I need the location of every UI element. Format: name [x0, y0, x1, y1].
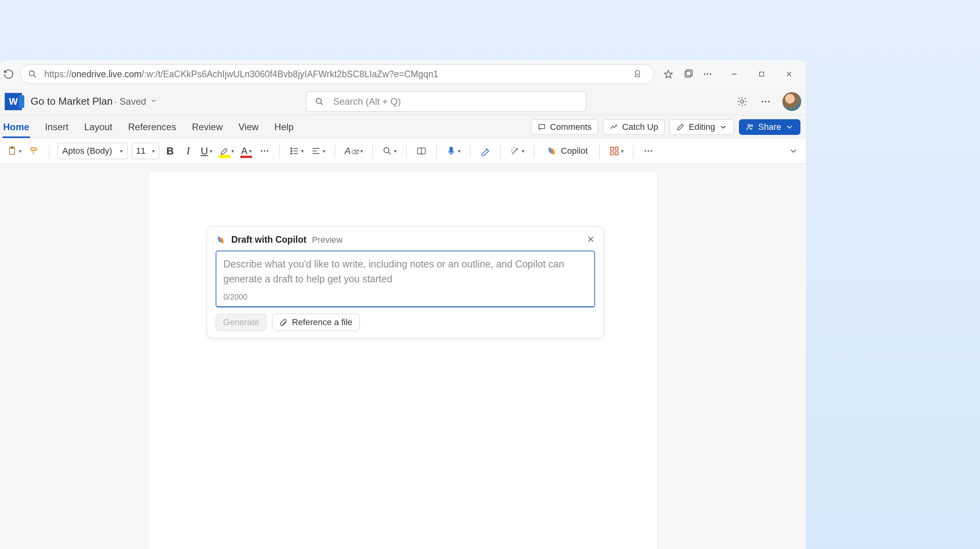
- svg-point-8: [316, 98, 321, 103]
- paste-button[interactable]: ▾: [5, 143, 23, 159]
- highlight-swatch: [219, 155, 230, 158]
- tab-help[interactable]: Help: [273, 118, 295, 138]
- catch-up-button[interactable]: Catch Up: [603, 119, 665, 135]
- comments-button[interactable]: Comments: [531, 119, 598, 135]
- collapse-ribbon-button[interactable]: [786, 143, 800, 159]
- svg-point-4: [704, 73, 705, 75]
- svg-point-20: [291, 148, 292, 149]
- tracking-prevention-icon[interactable]: [628, 64, 647, 84]
- bold-button[interactable]: B: [163, 143, 177, 159]
- tab-view[interactable]: View: [237, 118, 260, 138]
- align-button[interactable]: ▾: [309, 143, 327, 159]
- italic-button[interactable]: I: [181, 143, 195, 159]
- search-box[interactable]: Search (Alt + Q): [306, 91, 586, 112]
- format-painter-icon: [29, 146, 39, 156]
- font-name-select[interactable]: Aptos (Body) ▾: [57, 143, 128, 159]
- document-canvas[interactable]: Draft with Copilot Preview Describe what…: [0, 164, 806, 549]
- close-icon: [786, 71, 793, 78]
- chevron-down-icon: ▾: [394, 148, 397, 154]
- character-count: 0/2000: [223, 293, 587, 302]
- search-placeholder: Search (Alt + Q): [333, 96, 401, 107]
- clear-formatting-button[interactable]: A⌫ ▾: [343, 143, 365, 159]
- designer-button[interactable]: ▾: [508, 143, 526, 159]
- font-size-value: 11: [136, 146, 145, 156]
- address-bar[interactable]: https://onedrive.live.com/:w:/t/EaCKkPs6…: [20, 64, 654, 84]
- reload-button[interactable]: [1, 66, 16, 82]
- svg-rect-7: [760, 72, 764, 76]
- font-color-swatch: [240, 156, 252, 158]
- copilot-button[interactable]: Copilot: [542, 145, 592, 156]
- browser-address-row: https://onedrive.live.com/:w:/t/EaCKkPs6…: [0, 60, 806, 88]
- font-name-value: Aptos (Body): [62, 146, 112, 156]
- microphone-icon: [446, 146, 456, 156]
- font-more-button[interactable]: [258, 143, 272, 159]
- settings-button[interactable]: [735, 95, 749, 108]
- underline-button[interactable]: U ▾: [199, 143, 214, 159]
- tab-review[interactable]: Review: [191, 118, 225, 138]
- collections-icon[interactable]: [678, 64, 698, 84]
- catch-up-icon: [610, 123, 618, 131]
- tab-home[interactable]: Home: [2, 118, 31, 138]
- editing-mode-button[interactable]: Editing: [670, 119, 734, 135]
- reference-file-button[interactable]: Reference a file: [272, 314, 360, 331]
- ribbon-toolbar: ▾ Aptos (Body) ▾ 11 ▾ B I U: [0, 138, 806, 164]
- word-logo[interactable]: W: [5, 93, 22, 110]
- tab-layout[interactable]: Layout: [83, 118, 114, 138]
- share-label: Share: [758, 122, 781, 132]
- toolbar-separator: [500, 144, 501, 158]
- bullets-button[interactable]: ▾: [288, 143, 305, 159]
- document-page[interactable]: Draft with Copilot Preview Describe what…: [148, 171, 658, 549]
- minimize-button[interactable]: [720, 64, 748, 84]
- draft-prompt-placeholder: Describe what you'd like to write, inclu…: [223, 257, 587, 286]
- maximize-button[interactable]: [748, 64, 775, 84]
- search-icon: [314, 96, 325, 107]
- reference-file-label: Reference a file: [292, 317, 352, 327]
- add-ins-button[interactable]: ▾: [608, 143, 625, 159]
- browser-more-icon[interactable]: [698, 64, 717, 84]
- find-button[interactable]: ▾: [381, 143, 398, 159]
- svg-point-32: [651, 150, 652, 152]
- font-color-button[interactable]: A ▾: [240, 143, 254, 159]
- dictate-button[interactable]: ▾: [445, 143, 462, 159]
- format-painter-button[interactable]: [27, 143, 41, 159]
- chevron-down-icon: ▾: [360, 148, 363, 154]
- draft-prompt-input[interactable]: Describe what you'd like to write, inclu…: [216, 251, 595, 307]
- editing-label: Editing: [689, 122, 715, 132]
- share-button[interactable]: Share: [739, 119, 800, 135]
- toolbar-separator: [534, 144, 534, 158]
- editor-button[interactable]: [478, 143, 492, 159]
- highlight-color-button[interactable]: ▾: [218, 143, 236, 159]
- favorite-icon[interactable]: [659, 64, 678, 84]
- close-button[interactable]: [775, 64, 803, 84]
- align-icon: [311, 146, 321, 156]
- preview-badge: Preview: [312, 235, 343, 245]
- editor-icon: [480, 146, 490, 156]
- immersive-reader-button[interactable]: [414, 143, 428, 159]
- svg-point-14: [751, 125, 753, 127]
- document-title[interactable]: Go to Market Plan: [31, 95, 113, 107]
- draft-actions: Generate Reference a file: [216, 314, 595, 331]
- svg-point-5: [707, 73, 708, 75]
- close-panel-button[interactable]: [586, 235, 595, 245]
- svg-point-21: [291, 150, 292, 151]
- tab-references[interactable]: References: [127, 118, 178, 138]
- svg-point-22: [291, 153, 292, 154]
- draft-panel-title: Draft with Copilot: [231, 235, 307, 245]
- ribbon-action-buttons: Comments Catch Up Editing Share: [531, 119, 804, 138]
- svg-rect-2: [685, 71, 691, 77]
- search-icon: [382, 146, 392, 156]
- generate-button[interactable]: Generate: [216, 314, 267, 331]
- toolbar-separator: [279, 144, 280, 158]
- attachment-icon: [279, 318, 287, 326]
- draft-panel-header: Draft with Copilot Preview: [216, 235, 595, 245]
- toolbar-separator: [633, 144, 633, 158]
- toolbar-separator: [599, 144, 600, 158]
- toolbar-more-button[interactable]: [641, 143, 655, 159]
- title-chevron-icon[interactable]: [150, 97, 157, 106]
- user-avatar[interactable]: [782, 92, 801, 111]
- ribbon-tabs: Home Insert Layout References Review Vie…: [2, 118, 295, 138]
- maximize-icon: [759, 71, 765, 77]
- app-more-button[interactable]: [759, 95, 772, 108]
- font-size-select[interactable]: 11 ▾: [132, 143, 159, 159]
- tab-insert[interactable]: Insert: [44, 118, 70, 138]
